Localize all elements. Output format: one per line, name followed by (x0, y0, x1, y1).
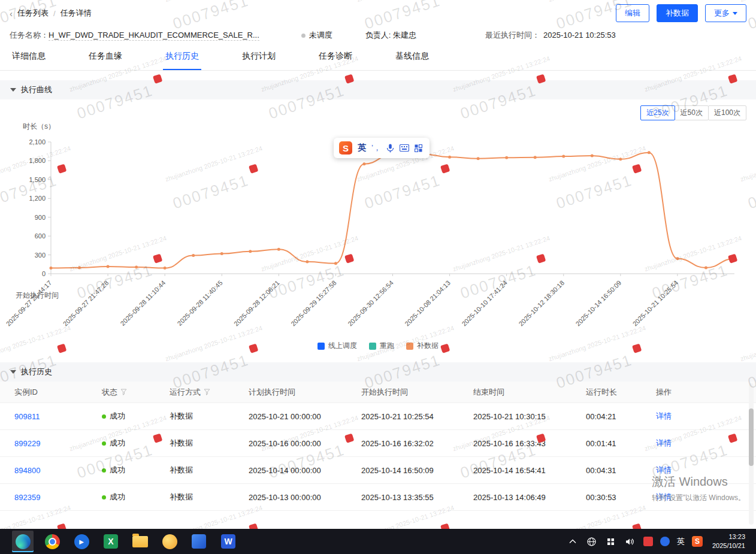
svg-text:2025-09-27 21:47:28: 2025-09-27 21:47:28 (62, 279, 110, 328)
network-icon[interactable] (586, 535, 598, 547)
tab-execution-plan[interactable]: 执行计划 (240, 51, 278, 70)
edit-button[interactable]: 编辑 (616, 4, 649, 22)
sogou-tray-icon[interactable]: S (692, 536, 703, 547)
status-cell: 成功 (102, 438, 170, 449)
duration-cell: 00:30:53 (586, 493, 656, 502)
status-cell: 成功 (102, 492, 170, 502)
blue-app-icon[interactable] (188, 531, 210, 552)
svg-text:2025-09-28 11:10:44: 2025-09-28 11:10:44 (119, 279, 167, 327)
detail-link[interactable]: 详情 (656, 411, 756, 422)
excel-icon[interactable]: X (100, 531, 122, 552)
svg-text:1,500: 1,500 (29, 176, 46, 183)
app-grid-icon[interactable] (605, 535, 617, 547)
taskbar-apps: ▶ X W (12, 531, 239, 552)
more-button[interactable]: 更多 (705, 4, 746, 22)
top-bar: ‹ 任务列表 / 任务详情 编辑 补数据 更多 (0, 0, 756, 26)
planned-time-cell: 2025-10-21 00:00:00 (249, 412, 361, 421)
sogou-logo-icon[interactable]: S (339, 141, 352, 155)
clock-time: 13:23 (712, 532, 745, 541)
range-last-100-button[interactable]: 近100次 (708, 105, 746, 120)
backfill-button[interactable]: 补数据 (657, 4, 698, 22)
task-status: 未调度 (301, 30, 332, 41)
table-row: 899229 成功 补数据 2025-10-16 00:00:00 2025-1… (0, 430, 756, 457)
x-axis-title: 开始执行时间 (16, 290, 59, 301)
history-table-header: 实例ID 状态 运行方式 计划执行时间 开始执行时间 结束时间 运行时长 操作 (0, 382, 756, 403)
breadcrumb-task-list[interactable]: 任务列表 (17, 8, 49, 19)
tab-detail-info[interactable]: 详细信息 (10, 51, 48, 70)
curve-section-title: 执行曲线 (21, 84, 52, 95)
yellow-app-icon[interactable] (159, 531, 180, 552)
breadcrumb: ‹ 任务列表 / 任务详情 (10, 8, 92, 19)
tab-execution-history[interactable]: 执行历史 (163, 51, 201, 70)
range-last-50-button[interactable]: 近50次 (675, 105, 709, 120)
media-player-icon[interactable]: ▶ (71, 531, 92, 552)
instance-id-link[interactable]: 899229 (14, 439, 102, 448)
tab-task-diagnosis[interactable]: 任务诊断 (316, 51, 355, 70)
svg-text:0: 0 (42, 270, 46, 277)
instance-id-link[interactable]: 909811 (14, 412, 102, 421)
legend-online-schedule[interactable]: 线上调度 (317, 341, 357, 351)
start-time-cell: 2025-10-14 16:50:09 (361, 466, 473, 475)
toolbox-grid-icon[interactable] (415, 144, 422, 152)
table-row: 894800 成功 补数据 2025-10-14 00:00:00 2025-1… (0, 457, 756, 484)
chrome-browser-icon[interactable] (41, 531, 63, 552)
instance-id-link[interactable]: 892359 (14, 493, 102, 502)
microphone-icon[interactable] (386, 144, 394, 153)
app-window: ‹ 任务列表 / 任务详情 编辑 补数据 更多 任务名称： H_WF_DWD_T… (0, 0, 756, 554)
duration-cell: 00:01:41 (586, 439, 656, 448)
hidden-icons-chevron-icon[interactable] (567, 535, 579, 547)
tray-red-app-icon[interactable] (643, 537, 653, 546)
history-section-header[interactable]: 执行历史 (0, 362, 756, 382)
filter-icon[interactable] (204, 389, 210, 395)
system-tray: 英 S 13:23 2025/10/21 (567, 532, 751, 550)
main-content: ‹ 任务列表 / 任务详情 编辑 补数据 更多 任务名称： H_WF_DWD_T… (0, 0, 756, 529)
run-mode-cell: 补数据 (170, 411, 249, 422)
detail-link[interactable]: 详情 (656, 465, 756, 476)
file-explorer-icon[interactable] (129, 531, 151, 552)
curve-section-header[interactable]: 执行曲线 (0, 80, 756, 99)
svg-text:900: 900 (35, 214, 46, 221)
svg-text:2025-10-21 10:25:54: 2025-10-21 10:25:54 (631, 279, 680, 328)
task-name: H_WF_DWD_TRADE_HKAUDIT_ECOMMERCE_SALE_R.… (49, 31, 259, 41)
duration-cell: 00:04:31 (586, 466, 656, 475)
success-dot-icon (102, 441, 106, 446)
tab-baseline-info[interactable]: 基线信息 (393, 51, 431, 70)
ime-language-toggle[interactable]: 英 (358, 143, 366, 153)
tab-task-lineage[interactable]: 任务血缘 (86, 51, 125, 70)
instance-id-link[interactable]: 894800 (14, 466, 102, 475)
col-duration: 运行时长 (586, 387, 656, 398)
planned-time-cell: 2025-10-14 00:00:00 (249, 466, 361, 475)
legend-backfill[interactable]: 补数据 (406, 341, 439, 351)
start-time-cell: 2025-10-21 10:25:54 (361, 412, 473, 421)
detail-link[interactable]: 详情 (656, 492, 756, 502)
keyboard-icon[interactable] (400, 144, 409, 152)
range-last-25-button[interactable]: 近25次 (640, 105, 675, 120)
edge-browser-icon[interactable] (12, 531, 34, 552)
col-start-time: 开始执行时间 (361, 387, 473, 398)
clock-date: 2025/10/21 (712, 541, 745, 550)
tray-blue-app-icon[interactable] (660, 537, 670, 546)
back-icon[interactable]: ‹ (10, 8, 13, 19)
task-last-run: 最近执行时间：2025-10-21 10:25:53 (485, 30, 616, 41)
svg-text:2025-09-28 12:06:21: 2025-09-28 12:06:21 (232, 279, 281, 328)
svg-text:2025-10-10 17:41:24: 2025-10-10 17:41:24 (460, 279, 509, 328)
word-icon[interactable]: W (217, 531, 239, 552)
col-instance-id: 实例ID (14, 387, 102, 398)
filter-icon[interactable] (120, 389, 127, 395)
volume-icon[interactable] (624, 535, 636, 547)
svg-text:2,100: 2,100 (29, 138, 46, 146)
ime-punctuation-toggle[interactable]: ’， (371, 143, 381, 153)
svg-text:1,800: 1,800 (29, 157, 46, 164)
input-language-indicator[interactable]: 英 (677, 536, 685, 547)
clock[interactable]: 13:23 2025/10/21 (710, 532, 751, 550)
table-scrollbar-thumb[interactable] (749, 408, 754, 466)
legend-swatch-icon (369, 343, 376, 350)
legend-rerun[interactable]: 重跑 (369, 341, 394, 351)
line-chart-canvas[interactable]: 03006009001,2001,5001,8002,1002025-09-27… (0, 134, 756, 340)
detail-link[interactable]: 详情 (656, 438, 756, 449)
collapse-chevron-icon (10, 370, 16, 374)
tab-bar: 详细信息 任务血缘 执行历史 执行计划 任务诊断 基线信息 (0, 44, 756, 71)
legend-swatch-icon (406, 343, 413, 350)
svg-text:2025-09-28 11:40:45: 2025-09-28 11:40:45 (176, 279, 224, 327)
success-dot-icon (102, 495, 106, 499)
